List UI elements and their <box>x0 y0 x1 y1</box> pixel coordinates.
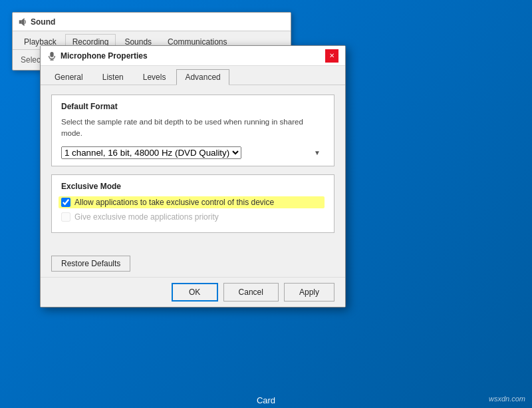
exclusive-priority-row: Give exclusive mode applications priorit… <box>61 212 325 222</box>
ok-button[interactable]: OK <box>172 283 218 302</box>
restore-row: Restore Defaults <box>41 250 345 277</box>
sound-titlebar: Sound <box>13 13 291 31</box>
default-format-title: Default Format <box>61 102 325 111</box>
tab-advanced[interactable]: Advanced <box>176 69 229 85</box>
sound-title-left: Sound <box>18 17 55 27</box>
svg-rect-0 <box>19 20 22 23</box>
dropdown-arrow-icon: ▼ <box>314 149 321 156</box>
tab-listen[interactable]: Listen <box>94 69 132 85</box>
mic-title-text: Microphone Properties <box>61 51 148 61</box>
exclusive-control-checkbox[interactable] <box>61 198 70 207</box>
sample-rate-dropdown[interactable]: 1 channel, 16 bit, 48000 Hz (DVD Quality… <box>61 146 241 159</box>
svg-marker-1 <box>21 17 24 25</box>
exclusive-priority-label: Give exclusive mode applications priorit… <box>74 212 219 222</box>
card-label: Card <box>0 395 532 408</box>
close-button[interactable]: ✕ <box>325 49 338 63</box>
exclusive-mode-title: Exclusive Mode <box>61 182 325 191</box>
apply-button[interactable]: Apply <box>284 283 334 302</box>
tab-general[interactable]: General <box>46 69 92 85</box>
mic-content: Default Format Select the sample rate an… <box>41 85 345 250</box>
speaker-icon <box>18 17 27 27</box>
mic-tabs: General Listen Levels Advanced <box>41 66 345 85</box>
mic-title-left: Microphone Properties <box>47 51 148 61</box>
dialog-footer: OK Cancel Apply <box>41 277 345 307</box>
tab-levels[interactable]: Levels <box>134 69 175 85</box>
exclusive-control-row: Allow applications to take exclusive con… <box>59 196 325 208</box>
svg-rect-2 <box>50 51 53 57</box>
sample-rate-dropdown-wrapper: 1 channel, 16 bit, 48000 Hz (DVD Quality… <box>61 146 325 159</box>
exclusive-priority-checkbox <box>61 212 70 222</box>
restore-defaults-button[interactable]: Restore Defaults <box>51 256 130 272</box>
cancel-button[interactable]: Cancel <box>223 283 279 302</box>
sound-title: Sound <box>31 17 55 27</box>
default-format-section: Default Format Select the sample rate an… <box>51 95 334 166</box>
mic-dialog: Microphone Properties ✕ General Listen L… <box>40 45 346 307</box>
exclusive-control-label[interactable]: Allow applications to take exclusive con… <box>74 198 274 207</box>
mic-titlebar: Microphone Properties ✕ <box>41 46 345 66</box>
microphone-icon <box>47 51 57 61</box>
exclusive-mode-section: Exclusive Mode Allow applications to tak… <box>51 174 334 233</box>
default-format-desc: Select the sample rate and bit depth to … <box>61 116 325 140</box>
